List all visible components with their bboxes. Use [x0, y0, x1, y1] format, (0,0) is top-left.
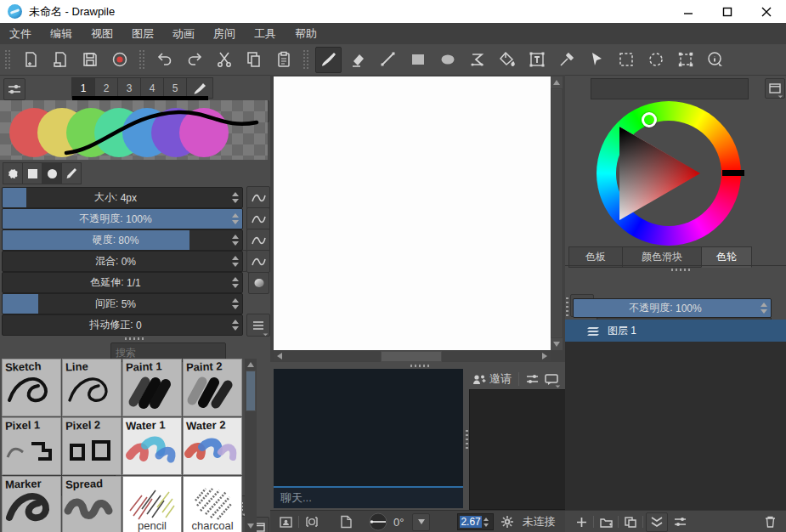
save-button[interactable]	[76, 47, 103, 73]
menu-layer[interactable]: 图层	[122, 23, 163, 44]
cut-button[interactable]	[211, 47, 237, 73]
chat-window-button[interactable]	[541, 371, 562, 388]
menu-edit[interactable]: 编辑	[41, 23, 82, 44]
session-status-button[interactable]	[279, 516, 293, 529]
menu-tools[interactable]: 工具	[245, 23, 286, 44]
brush-preset-tile[interactable]: Spread	[62, 476, 122, 532]
canvas-vscrollbar[interactable]	[551, 76, 563, 350]
chat-userlist-splitter[interactable]	[466, 430, 468, 450]
brush-settings-toggle-button[interactable]	[3, 78, 25, 100]
brush-size-slider[interactable]: 大小: 4px	[2, 187, 243, 208]
hsv-triangle[interactable]	[615, 123, 702, 224]
layer-row[interactable]: 图层 1	[565, 320, 786, 342]
line-tool-button[interactable]	[375, 47, 401, 73]
spinner[interactable]	[229, 188, 240, 207]
brush-preset-tile[interactable]: Water 1	[122, 417, 182, 475]
spinner[interactable]	[229, 230, 240, 250]
menu-view[interactable]: 视图	[82, 23, 122, 44]
dock-splitter-handle[interactable]	[125, 337, 145, 340]
toolbar-grip[interactable]	[139, 50, 144, 69]
chat-log[interactable]	[274, 369, 463, 486]
brush-preset-tile[interactable]: Sketch	[2, 359, 61, 416]
smudge-mode-button[interactable]	[248, 272, 269, 294]
zoom-spinbox[interactable]: 2.67	[457, 513, 493, 530]
layer-properties-button[interactable]	[670, 513, 689, 531]
shape-fuzzy-round-button[interactable]	[3, 162, 23, 184]
toolbar-grip[interactable]	[5, 50, 10, 69]
curve-tool-button[interactable]	[464, 47, 490, 73]
open-file-button[interactable]	[47, 47, 73, 73]
layer-opacity-slider[interactable]: 不透明度: 100%	[573, 298, 772, 318]
session-settings-button[interactable]	[523, 371, 541, 388]
paste-button[interactable]	[270, 47, 297, 73]
invite-button[interactable]: 邀请	[469, 371, 515, 387]
minimize-button[interactable]	[669, 0, 708, 23]
add-layer-button[interactable]	[572, 513, 591, 531]
brush-preset-tile[interactable]: Marker	[2, 476, 61, 532]
merge-down-button[interactable]	[646, 512, 668, 532]
hue-selector[interactable]	[642, 112, 657, 127]
shape-square-button[interactable]	[22, 162, 42, 184]
shape-soft-button[interactable]	[61, 162, 82, 184]
color-wheel[interactable]	[597, 101, 741, 246]
chat-input[interactable]: 聊天...	[274, 486, 463, 508]
brush-preset-tile[interactable]: Pixel 1	[2, 417, 61, 475]
rotation-control[interactable]: 0°	[368, 512, 404, 531]
transform-button[interactable]	[672, 47, 698, 73]
inspect-button[interactable]	[702, 47, 728, 73]
spinner[interactable]	[229, 315, 240, 335]
brush-preset-tile[interactable]: Pixel 2	[62, 417, 122, 475]
brush-preset-tile[interactable]: Line	[62, 359, 122, 416]
brush-preset-tile[interactable]: Paint 1	[122, 359, 182, 416]
toolbar-grip[interactable]	[303, 50, 308, 69]
menu-file[interactable]: 文件	[0, 23, 41, 44]
menu-animation[interactable]: 动画	[163, 23, 204, 44]
hardness-slider[interactable]: 硬度: 80%	[2, 229, 243, 251]
opacity-slider[interactable]: 不透明度: 100%	[2, 208, 243, 229]
maximize-button[interactable]	[708, 0, 747, 23]
delete-layer-button[interactable]	[761, 513, 779, 531]
brush-tool-button[interactable]	[315, 47, 342, 73]
fill-tool-button[interactable]	[494, 47, 520, 73]
color-dock-panel-button[interactable]	[765, 78, 785, 99]
chat-splitter-handle[interactable]	[410, 365, 431, 367]
spinner[interactable]	[229, 252, 240, 271]
undo-button[interactable]	[151, 47, 178, 73]
brush-preset-tile[interactable]: Paint 2	[183, 359, 242, 416]
canvas[interactable]	[274, 76, 551, 350]
size-curve-button[interactable]	[246, 186, 270, 209]
new-file-button[interactable]	[17, 47, 43, 73]
preset-grid-scrollbar[interactable]	[245, 359, 257, 532]
redo-button[interactable]	[181, 47, 207, 73]
layer-list[interactable]: 图层 1	[565, 320, 786, 532]
record-button[interactable]	[106, 47, 133, 73]
rect-select-button[interactable]	[613, 47, 639, 73]
tablet-status-button[interactable]	[304, 516, 319, 528]
brush-preview[interactable]	[0, 100, 268, 160]
spinner[interactable]	[758, 299, 769, 317]
spinner[interactable]	[229, 273, 240, 292]
color-name-input[interactable]	[591, 78, 749, 99]
brush-preset-tile[interactable]: charcoal	[183, 476, 242, 532]
view-settings-button[interactable]	[500, 515, 514, 529]
rotation-dropdown-button[interactable]	[412, 513, 430, 531]
menu-help[interactable]: 帮助	[286, 23, 326, 44]
shape-round-button[interactable]	[42, 162, 62, 184]
duplicate-layer-button[interactable]	[621, 513, 640, 531]
zoom-spinner[interactable]	[482, 518, 491, 527]
picker-tool-button[interactable]	[553, 47, 580, 73]
spacing-slider[interactable]: 间距: 5%	[2, 293, 243, 314]
user-list[interactable]	[469, 389, 566, 510]
stabilizer-menu-button[interactable]	[246, 314, 270, 337]
canvas-hscrollbar[interactable]	[274, 350, 551, 361]
lasso-select-button[interactable]	[642, 47, 669, 73]
stabilizer-slider[interactable]: 抖动修正: 0	[2, 314, 243, 336]
smudging-slider[interactable]: 混合: 0%	[2, 251, 243, 272]
brush-preset-tile[interactable]: Water 2	[183, 417, 242, 475]
text-tool-button[interactable]	[523, 47, 550, 73]
dock-splitter-handle[interactable]	[671, 269, 692, 271]
brush-preset-tile[interactable]: pencil	[122, 476, 182, 532]
page-status-button[interactable]	[340, 515, 353, 529]
dock-splitter-handle[interactable]	[566, 297, 568, 318]
eraser-tool-button[interactable]	[345, 47, 371, 73]
